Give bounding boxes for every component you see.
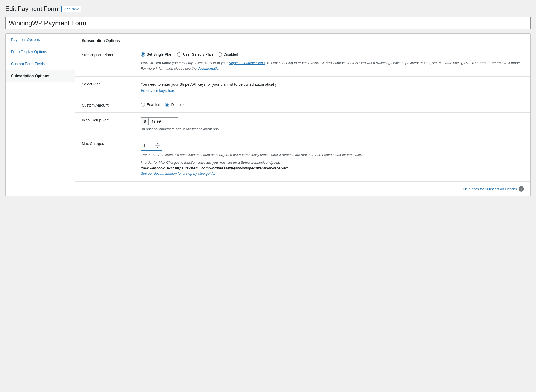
user-selects-plan-radio[interactable] [177,52,181,57]
content-area: Subscription Options Subscription Plans … [75,34,530,196]
help-icon[interactable]: ? [519,186,524,192]
sidebar-item-subscription-options[interactable]: Subscription Options [6,70,75,82]
setup-fee-description: An optional amount to add to the first p… [141,127,524,131]
custom-amount-radio-group: Enabled Disabled [141,103,524,107]
page-header: Edit Payment Form Add New [5,5,531,13]
subscription-plans-info: While in Test Mode you may only select p… [141,60,524,72]
enter-keys-link[interactable]: Enter your keys here [141,88,524,93]
user-selects-plan-label[interactable]: User Selects Plan [177,52,213,57]
webhook-url-label: Your webhook URL: https://system0.com/wo… [141,166,288,170]
spinner-down-button[interactable]: ▼ [155,146,160,150]
custom-amount-disabled-text: Disabled [171,103,185,107]
main-container: Payment Options Form Display Options Cus… [5,33,531,196]
disabled-plan-radio[interactable] [218,52,222,57]
max-charges-content: ▲ ▼ The number of times this subscriptio… [141,141,524,177]
page-title: Edit Payment Form [5,5,58,13]
select-plan-description: You need to enter your Stripe API Keys f… [141,81,524,87]
subscription-plans-row: Subscription Plans Set Single Plan User … [75,47,530,77]
disabled-plan-label[interactable]: Disabled [218,52,238,57]
subscription-plans-radio-group: Set Single Plan User Selects Plan Disabl… [141,52,524,57]
subscription-plans-label: Subscription Plans [82,52,135,57]
initial-setup-fee-row: Initial Setup Fee $ An optional amount t… [75,113,530,136]
stripe-test-mode-link[interactable]: Stripe Test Mode Plans [229,61,265,65]
sidebar: Payment Options Form Display Options Cus… [6,34,75,196]
set-single-plan-label[interactable]: Set Single Plan [141,52,172,57]
documentation-link[interactable]: documentation [198,66,220,70]
sidebar-item-custom-form-fields[interactable]: Custom Form Fields [6,58,75,70]
help-docs-link[interactable]: Help docs for Subscription Options [463,187,517,191]
subscription-plans-content: Set Single Plan User Selects Plan Disabl… [141,52,524,72]
set-single-plan-radio[interactable] [141,52,145,57]
select-plan-label: Select Plan [82,81,135,86]
step-by-step-link[interactable]: See our documentation for a step-by-step… [141,171,215,176]
initial-setup-fee-content: $ An optional amount to add to the first… [141,117,524,131]
section-title: Subscription Options [75,34,530,47]
custom-amount-label: Custom Amount [82,103,135,107]
test-mode-bold: Test Mode [154,61,171,65]
add-new-button[interactable]: Add New [61,6,81,12]
help-docs-row: Help docs for Subscription Options ? [75,182,530,196]
number-spinners: ▲ ▼ [155,141,160,150]
max-charges-input[interactable] [141,142,155,150]
custom-amount-disabled-radio[interactable] [165,103,169,107]
form-title-input[interactable] [5,17,531,29]
disabled-plan-text: Disabled [224,52,238,57]
custom-amount-row: Custom Amount Enabled Disabled [75,98,530,113]
custom-amount-content: Enabled Disabled [141,103,524,107]
max-charges-desc2: In order for Max Charges to function cor… [141,160,524,177]
initial-setup-fee-label: Initial Setup Fee [82,117,135,122]
select-plan-row: Select Plan You need to enter your Strip… [75,77,530,98]
custom-amount-enabled-radio[interactable] [141,103,145,107]
max-charges-input-wrapper: ▲ ▼ [141,141,162,151]
custom-amount-enabled-text: Enabled [147,103,160,107]
custom-amount-enabled-label[interactable]: Enabled [141,103,160,107]
set-single-plan-text: Set Single Plan [147,52,172,57]
sidebar-item-form-display-options[interactable]: Form Display Options [6,46,75,58]
max-charges-desc1: The number of times this subscription sh… [141,152,524,158]
user-selects-plan-text: User Selects Plan [183,52,213,57]
max-charges-label: Max Charges [82,141,135,146]
custom-amount-disabled-label[interactable]: Disabled [165,103,185,107]
currency-symbol: $ [141,118,149,125]
max-charges-row: Max Charges ▲ ▼ The number of times this… [75,136,530,182]
max-charges-webhook-desc: In order for Max Charges to function cor… [141,160,280,165]
select-plan-content: You need to enter your Stripe API Keys f… [141,81,524,93]
currency-input-wrapper: $ [141,117,178,125]
sidebar-item-payment-options[interactable]: Payment Options [6,34,75,46]
setup-fee-input[interactable] [149,118,173,125]
spinner-up-button[interactable]: ▲ [155,141,160,146]
